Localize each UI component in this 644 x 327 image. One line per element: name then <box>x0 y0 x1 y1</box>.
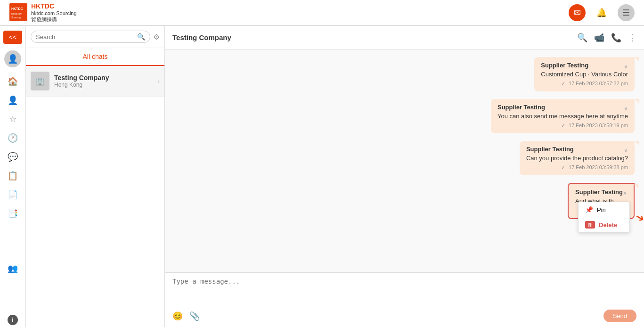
message-input-area: 😊 📎 Send <box>165 272 644 327</box>
chat-list-item[interactable]: 🏢 Testing Company Hong Kong › <box>26 66 164 97</box>
sidebar-item-history[interactable]: 🕐 <box>3 130 22 147</box>
chat-item-info: Testing Company Hong Kong <box>54 74 157 88</box>
user-menu-button[interactable]: ☰ <box>618 4 635 21</box>
message-item: Supplier Testing ∨ Can you provide the p… <box>174 141 635 175</box>
message-item: Supplier Testing ∨ You can also send me … <box>174 99 635 133</box>
settings-icon[interactable]: ⚙ <box>153 33 160 41</box>
chat-main-panel: Testing Company 🔍 📹 📞 ⋮ Supplier Testing… <box>165 26 644 327</box>
sidebar-item-chat[interactable]: 💬 <box>3 148 22 165</box>
message-time: ✓ 17 Feb 2023 03:59:38 pm <box>526 164 628 171</box>
search-input-wrap[interactable]: 🔍 <box>31 31 150 43</box>
message-collapse-icon[interactable]: ∨ <box>624 147 628 154</box>
cn-name: 貿發網採購 <box>31 16 77 23</box>
message-item-with-menu: Supplier Testing ∧ And what is th ✓ 17 F… <box>174 183 635 219</box>
chat-item-avatar: 🏢 <box>31 72 49 90</box>
message-text: You can also send me message here at any… <box>497 113 628 120</box>
message-text: Customized Cup · Various Color <box>541 71 628 78</box>
sidebar-toggle[interactable]: << <box>3 31 22 44</box>
site-name: hktdc.com Sourcing <box>31 10 77 16</box>
top-nav: HKTDC hktdc.com Sourcing HKTDC hktdc.com… <box>0 0 644 26</box>
sidebar-item-orders[interactable]: 📋 <box>3 167 22 184</box>
sidebar-item-documents[interactable]: 📄 <box>3 186 22 203</box>
pin-icon: 📌 <box>585 206 593 213</box>
pin-menu-item[interactable]: 📌 Pin <box>579 202 629 217</box>
message-sender: Supplier Testing <box>541 62 588 69</box>
check-icon: ✓ <box>561 164 565 170</box>
chat-item-name: Testing Company <box>54 74 157 82</box>
hktdc-logo-icon: HKTDC hktdc.com Sourcing <box>9 3 27 21</box>
nav-icons: ✉ 🔔 ☰ <box>569 4 635 21</box>
header-more-icon[interactable]: ⋮ <box>628 33 636 43</box>
search-input[interactable] <box>36 33 137 41</box>
all-chats-tab[interactable]: All chats <box>26 48 164 66</box>
message-expand-icon[interactable]: ∧ <box>623 190 627 196</box>
attachment-icon[interactable]: 📎 <box>189 311 200 321</box>
sidebar-item-info[interactable]: i <box>8 315 18 325</box>
svg-text:hktdc.com: hktdc.com <box>11 12 22 15</box>
message-time: ✓ 17 Feb 2023 03:58:19 pm <box>497 123 628 129</box>
svg-text:HKTDC: HKTDC <box>11 7 23 10</box>
chat-item-location: Hong Kong <box>54 82 157 88</box>
sidebar-item-team[interactable]: 👥 <box>3 260 22 277</box>
notifications-button[interactable]: 🔔 <box>593 4 610 21</box>
chat-item-arrow-icon: › <box>157 77 160 85</box>
brand-name: HKTDC <box>31 2 77 10</box>
message-toolbar: 😊 📎 Send <box>172 310 636 322</box>
header-phone-icon[interactable]: 📞 <box>611 33 621 43</box>
user-avatar[interactable]: 👤 <box>4 50 21 67</box>
message-tools-right: Send <box>603 310 636 322</box>
chat-header-actions: 🔍 📹 📞 ⋮ <box>577 33 636 43</box>
message-collapse-icon[interactable]: ∨ <box>624 105 628 112</box>
message-collapse-icon[interactable]: ∨ <box>624 63 628 70</box>
header-video-icon[interactable]: 📹 <box>594 33 604 43</box>
logo-area: HKTDC hktdc.com Sourcing HKTDC hktdc.com… <box>9 2 77 23</box>
chat-header-title: Testing Company <box>172 33 231 41</box>
message-sender: Supplier Testing <box>497 104 545 111</box>
message-bubble: Supplier Testing ∨ Can you provide the p… <box>520 141 635 175</box>
delete-label: Delete <box>599 221 617 229</box>
mail-button[interactable]: ✉ <box>569 4 586 21</box>
svg-text:Sourcing: Sourcing <box>11 16 21 19</box>
message-bubble: Supplier Testing ∨ You can also send me … <box>491 99 635 133</box>
delete-menu-item[interactable]: 🗑 Delete <box>579 217 629 232</box>
main-layout: << 👤 🏠 👤 ☆ 🕐 💬 📋 📄 📑 👥 i 🔍 ⚙ All chats 🏢… <box>0 26 644 327</box>
sidebar-item-favorites[interactable]: ☆ <box>3 111 22 128</box>
red-arrow-indicator: ➔ <box>633 210 644 225</box>
sidebar-item-reports[interactable]: 📑 <box>3 205 22 222</box>
header-search-icon[interactable]: 🔍 <box>577 33 587 43</box>
send-button[interactable]: Send <box>603 310 636 322</box>
message-time: ✓ 17 Feb 2023 03:57:32 pm <box>541 81 628 87</box>
chat-header: Testing Company 🔍 📹 📞 ⋮ <box>165 26 644 49</box>
message-sender: Supplier Testing <box>575 188 623 196</box>
chat-list-panel: 🔍 ⚙ All chats 🏢 Testing Company Hong Kon… <box>26 26 165 327</box>
emoji-icon[interactable]: 😊 <box>172 311 183 321</box>
message-sender: Supplier Testing <box>526 146 574 153</box>
sidebar-item-home[interactable]: 🏠 <box>3 73 22 90</box>
check-icon: ✓ <box>561 81 565 86</box>
side-nav: << 👤 🏠 👤 ☆ 🕐 💬 📋 📄 📑 👥 i <box>0 26 26 327</box>
message-text: Can you provide the product catalog? <box>526 155 628 162</box>
message-tools-left: 😊 📎 <box>172 311 200 321</box>
sidebar-item-user[interactable]: 👤 <box>3 92 22 109</box>
pin-label: Pin <box>597 206 606 213</box>
chat-search-bar: 🔍 ⚙ <box>26 26 164 48</box>
message-input[interactable] <box>172 278 636 306</box>
context-menu: 📌 Pin 🗑 Delete <box>578 202 630 233</box>
search-icon: 🔍 <box>137 33 145 41</box>
message-bubble: Supplier Testing ∨ Customized Cup · Vari… <box>534 57 635 91</box>
message-item: Supplier Testing ∨ Customized Cup · Vari… <box>174 57 635 91</box>
delete-icon: 🗑 <box>585 221 595 229</box>
logo-text: HKTDC hktdc.com Sourcing 貿發網採購 <box>31 2 77 23</box>
messages-area[interactable]: Supplier Testing ∨ Customized Cup · Vari… <box>165 49 644 272</box>
check-icon: ✓ <box>561 123 565 128</box>
